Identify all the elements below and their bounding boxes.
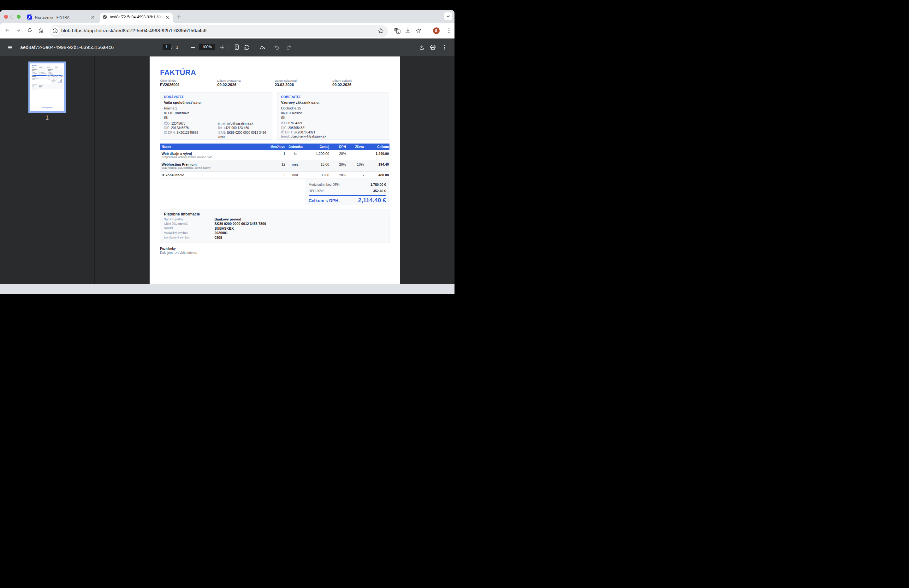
svg-text:文: 文 xyxy=(397,30,400,33)
